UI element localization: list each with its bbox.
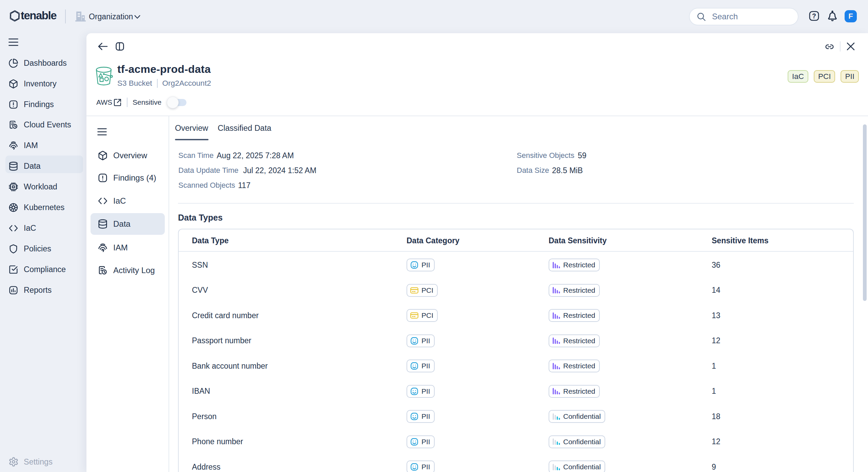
svg-text:?: ? — [812, 12, 816, 20]
